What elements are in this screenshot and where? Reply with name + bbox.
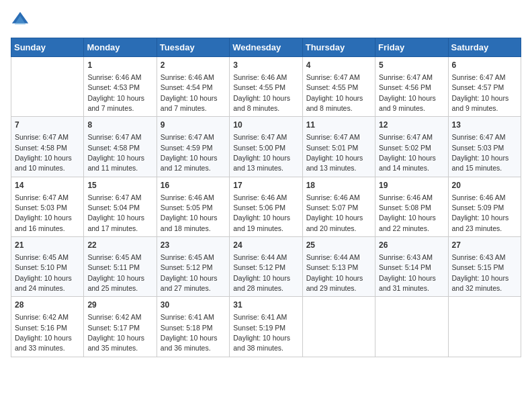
- day-number: 12: [379, 120, 444, 131]
- day-cell: 11Sunrise: 6:47 AM Sunset: 5:01 PM Dayli…: [302, 117, 375, 177]
- day-info: Sunrise: 6:44 AM Sunset: 5:12 PM Dayligh…: [233, 253, 290, 292]
- day-info: Sunrise: 6:47 AM Sunset: 5:03 PM Dayligh…: [15, 193, 72, 232]
- day-number: 19: [379, 180, 444, 191]
- day-number: 3: [233, 60, 298, 71]
- calendar-header: SundayMondayTuesdayWednesdayThursdayFrid…: [11, 38, 521, 57]
- day-cell: 6Sunrise: 6:47 AM Sunset: 4:57 PM Daylig…: [448, 57, 521, 117]
- day-number: 5: [379, 60, 444, 71]
- day-number: 14: [15, 180, 80, 191]
- day-info: Sunrise: 6:47 AM Sunset: 5:04 PM Dayligh…: [87, 193, 144, 232]
- day-cell: 7Sunrise: 6:47 AM Sunset: 4:58 PM Daylig…: [11, 117, 84, 177]
- header-cell-wednesday: Wednesday: [230, 38, 302, 57]
- day-cell: 12Sunrise: 6:47 AM Sunset: 5:02 PM Dayli…: [375, 117, 448, 177]
- day-cell: 20Sunrise: 6:46 AM Sunset: 5:09 PM Dayli…: [448, 177, 521, 236]
- week-row-5: 28Sunrise: 6:42 AM Sunset: 5:16 PM Dayli…: [11, 297, 521, 357]
- day-info: Sunrise: 6:46 AM Sunset: 5:07 PM Dayligh…: [306, 193, 363, 232]
- day-cell: 15Sunrise: 6:47 AM Sunset: 5:04 PM Dayli…: [84, 177, 157, 236]
- day-cell: 19Sunrise: 6:46 AM Sunset: 5:08 PM Dayli…: [375, 177, 448, 236]
- day-number: 25: [306, 240, 371, 251]
- day-number: 8: [87, 120, 152, 131]
- day-info: Sunrise: 6:41 AM Sunset: 5:18 PM Dayligh…: [161, 313, 218, 352]
- day-info: Sunrise: 6:46 AM Sunset: 5:09 PM Dayligh…: [452, 193, 509, 232]
- day-info: Sunrise: 6:46 AM Sunset: 5:05 PM Dayligh…: [161, 193, 218, 232]
- day-cell: 13Sunrise: 6:47 AM Sunset: 5:03 PM Dayli…: [448, 117, 521, 177]
- day-number: 11: [306, 120, 371, 131]
- day-number: 16: [161, 180, 226, 191]
- day-cell: 28Sunrise: 6:42 AM Sunset: 5:16 PM Dayli…: [11, 297, 84, 357]
- day-number: 26: [379, 240, 444, 251]
- day-info: Sunrise: 6:41 AM Sunset: 5:19 PM Dayligh…: [233, 313, 290, 352]
- day-number: 30: [161, 300, 226, 311]
- day-number: 17: [233, 180, 298, 191]
- day-info: Sunrise: 6:45 AM Sunset: 5:12 PM Dayligh…: [161, 253, 218, 292]
- day-cell: 23Sunrise: 6:45 AM Sunset: 5:12 PM Dayli…: [157, 237, 229, 297]
- day-cell: [11, 57, 84, 117]
- day-info: Sunrise: 6:47 AM Sunset: 5:02 PM Dayligh…: [379, 133, 436, 172]
- week-row-2: 7Sunrise: 6:47 AM Sunset: 4:58 PM Daylig…: [11, 117, 521, 177]
- day-info: Sunrise: 6:45 AM Sunset: 5:11 PM Dayligh…: [87, 253, 144, 292]
- day-info: Sunrise: 6:47 AM Sunset: 4:59 PM Dayligh…: [161, 133, 218, 172]
- day-number: 13: [452, 120, 517, 131]
- day-info: Sunrise: 6:47 AM Sunset: 4:58 PM Dayligh…: [15, 133, 72, 172]
- day-number: 23: [161, 240, 226, 251]
- day-info: Sunrise: 6:47 AM Sunset: 5:00 PM Dayligh…: [233, 133, 290, 172]
- day-cell: 8Sunrise: 6:47 AM Sunset: 4:58 PM Daylig…: [84, 117, 157, 177]
- day-number: 29: [87, 300, 152, 311]
- header-cell-friday: Friday: [375, 38, 448, 57]
- day-info: Sunrise: 6:47 AM Sunset: 4:58 PM Dayligh…: [87, 133, 144, 172]
- day-cell: 4Sunrise: 6:47 AM Sunset: 4:55 PM Daylig…: [302, 57, 375, 117]
- day-info: Sunrise: 6:47 AM Sunset: 4:57 PM Dayligh…: [452, 73, 509, 112]
- header-cell-tuesday: Tuesday: [157, 38, 229, 57]
- day-cell: 22Sunrise: 6:45 AM Sunset: 5:11 PM Dayli…: [84, 237, 157, 297]
- week-row-3: 14Sunrise: 6:47 AM Sunset: 5:03 PM Dayli…: [11, 177, 521, 236]
- calendar-body: 1Sunrise: 6:46 AM Sunset: 4:53 PM Daylig…: [11, 57, 521, 357]
- day-cell: 1Sunrise: 6:46 AM Sunset: 4:53 PM Daylig…: [84, 57, 157, 117]
- day-number: 24: [233, 240, 298, 251]
- day-number: 6: [452, 60, 517, 71]
- day-cell: [448, 297, 521, 357]
- day-number: 21: [15, 240, 80, 251]
- day-number: 9: [161, 120, 226, 131]
- day-info: Sunrise: 6:47 AM Sunset: 5:01 PM Dayligh…: [306, 133, 363, 172]
- day-cell: 9Sunrise: 6:47 AM Sunset: 4:59 PM Daylig…: [157, 117, 229, 177]
- day-number: 28: [15, 300, 80, 311]
- day-info: Sunrise: 6:42 AM Sunset: 5:17 PM Dayligh…: [87, 313, 144, 352]
- header-cell-sunday: Sunday: [11, 38, 84, 57]
- page-header: [11, 11, 521, 30]
- day-cell: 25Sunrise: 6:44 AM Sunset: 5:13 PM Dayli…: [302, 237, 375, 297]
- day-cell: 26Sunrise: 6:43 AM Sunset: 5:14 PM Dayli…: [375, 237, 448, 297]
- day-cell: 24Sunrise: 6:44 AM Sunset: 5:12 PM Dayli…: [230, 237, 302, 297]
- day-info: Sunrise: 6:42 AM Sunset: 5:16 PM Dayligh…: [15, 313, 72, 352]
- day-cell: 27Sunrise: 6:43 AM Sunset: 5:15 PM Dayli…: [448, 237, 521, 297]
- day-info: Sunrise: 6:47 AM Sunset: 4:56 PM Dayligh…: [379, 73, 436, 112]
- day-cell: 17Sunrise: 6:46 AM Sunset: 5:06 PM Dayli…: [230, 177, 302, 236]
- day-cell: [375, 297, 448, 357]
- day-cell: 31Sunrise: 6:41 AM Sunset: 5:19 PM Dayli…: [230, 297, 302, 357]
- day-number: 31: [233, 300, 298, 311]
- day-info: Sunrise: 6:47 AM Sunset: 5:03 PM Dayligh…: [452, 133, 509, 172]
- day-cell: 5Sunrise: 6:47 AM Sunset: 4:56 PM Daylig…: [375, 57, 448, 117]
- day-info: Sunrise: 6:43 AM Sunset: 5:15 PM Dayligh…: [452, 253, 509, 292]
- day-cell: 2Sunrise: 6:46 AM Sunset: 4:54 PM Daylig…: [157, 57, 229, 117]
- day-info: Sunrise: 6:44 AM Sunset: 5:13 PM Dayligh…: [306, 253, 363, 292]
- week-row-4: 21Sunrise: 6:45 AM Sunset: 5:10 PM Dayli…: [11, 237, 521, 297]
- header-row: SundayMondayTuesdayWednesdayThursdayFrid…: [11, 38, 521, 57]
- day-number: 20: [452, 180, 517, 191]
- header-cell-thursday: Thursday: [302, 38, 375, 57]
- day-number: 15: [87, 180, 152, 191]
- day-cell: 30Sunrise: 6:41 AM Sunset: 5:18 PM Dayli…: [157, 297, 229, 357]
- day-number: 4: [306, 60, 371, 71]
- logo: [11, 11, 32, 30]
- day-info: Sunrise: 6:46 AM Sunset: 4:55 PM Dayligh…: [233, 73, 290, 112]
- day-number: 10: [233, 120, 298, 131]
- day-cell: 29Sunrise: 6:42 AM Sunset: 5:17 PM Dayli…: [84, 297, 157, 357]
- week-row-1: 1Sunrise: 6:46 AM Sunset: 4:53 PM Daylig…: [11, 57, 521, 117]
- header-cell-monday: Monday: [84, 38, 157, 57]
- logo-icon: [11, 11, 30, 30]
- day-cell: [302, 297, 375, 357]
- day-cell: 18Sunrise: 6:46 AM Sunset: 5:07 PM Dayli…: [302, 177, 375, 236]
- day-info: Sunrise: 6:45 AM Sunset: 5:10 PM Dayligh…: [15, 253, 72, 292]
- day-cell: 10Sunrise: 6:47 AM Sunset: 5:00 PM Dayli…: [230, 117, 302, 177]
- day-cell: 16Sunrise: 6:46 AM Sunset: 5:05 PM Dayli…: [157, 177, 229, 236]
- calendar-table: SundayMondayTuesdayWednesdayThursdayFrid…: [11, 38, 521, 357]
